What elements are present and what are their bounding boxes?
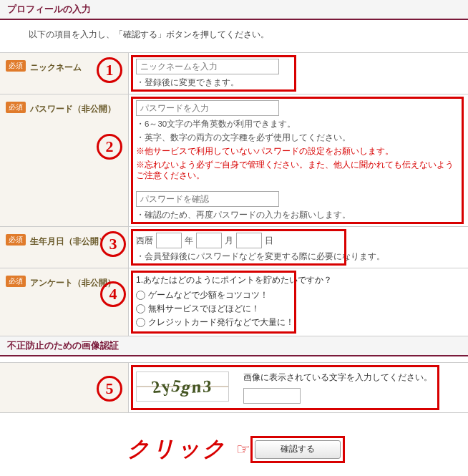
label-password: パスワード（非公開） (30, 102, 116, 115)
highlight-box-button (250, 436, 345, 463)
row-dob: 必須 生年月日（非公開） 3 西暦 年 月 日 会員登録後にパスワードなどを変更… (0, 227, 468, 268)
value-col-dob: 西暦 年 月 日 会員登録後にパスワードなどを変更する際に必要になります。 (129, 227, 468, 268)
label-col-captcha: 5 (0, 363, 129, 412)
row-captcha: 5 2y5gn3 画像に表示されている文字を入力してください。 (0, 363, 468, 413)
marker-1: 1 (97, 57, 122, 83)
section-title: プロフィールの入力 (7, 4, 91, 14)
label-col-survey: 必須 アンケート（非公開） 4 (0, 268, 129, 336)
value-col-password: 6～30文字の半角英数が利用できます。 英字、数字の両方の文字種を必ず使用してく… (129, 94, 468, 226)
section-header-captcha: 不正防止のための画像認証 (0, 336, 468, 356)
label-col-nickname: 必須 ニックネーム 1 (0, 53, 129, 94)
highlight-box-4 (131, 271, 296, 334)
row-nickname: 必須 ニックネーム 1 登録後に変更できます。 (0, 53, 468, 94)
marker-4: 4 (100, 281, 126, 307)
marker-3: 3 (100, 231, 126, 257)
required-badge: 必須 (6, 276, 26, 287)
instruction-text: 以下の項目を入力し、「確認する」ボタンを押してください。 (0, 20, 468, 52)
value-col-nickname: 登録後に変更できます。 (129, 53, 468, 94)
label-dob: 生年月日（非公開） (30, 234, 107, 248)
section-header-profile: プロフィールの入力 (0, 0, 468, 20)
captcha-title: 不正防止のための画像認証 (7, 340, 119, 351)
required-badge: 必須 (6, 60, 26, 72)
label-nickname: ニックネーム (30, 60, 82, 74)
highlight-box-3 (131, 229, 346, 266)
marker-5: 5 (97, 376, 122, 402)
required-badge: 必須 (6, 234, 26, 246)
submit-area: クリック ☞ 確認する (0, 413, 468, 476)
captcha-image: 2y5gn3 (136, 371, 229, 402)
marker-2: 2 (97, 134, 122, 160)
label-col-password: 必須 パスワード（非公開） 2 (0, 94, 129, 226)
row-survey: 必須 アンケート（非公開） 4 1.あなたはどのようにポイントを貯めたいですか？… (0, 268, 468, 336)
label-col-dob: 必須 生年月日（非公開） 3 (0, 227, 129, 268)
row-password: 必須 パスワード（非公開） 2 6～30文字の半角英数が利用できます。 英字、数… (0, 94, 468, 227)
highlight-box-2 (131, 97, 464, 224)
value-col-captcha: 2y5gn3 画像に表示されている文字を入力してください。 (129, 363, 468, 412)
highlight-box-1 (131, 55, 296, 92)
pointing-hand-icon: ☞ (236, 440, 250, 459)
profile-fields: 必須 ニックネーム 1 登録後に変更できます。 必須 パスワード（非公開） 2 … (0, 52, 468, 336)
value-col-survey: 1.あなたはどのようにポイントを貯めたいですか？ ゲームなどで少額をコツコツ！ … (129, 268, 468, 336)
required-badge: 必須 (6, 102, 26, 113)
click-annotation: クリック (127, 434, 228, 464)
